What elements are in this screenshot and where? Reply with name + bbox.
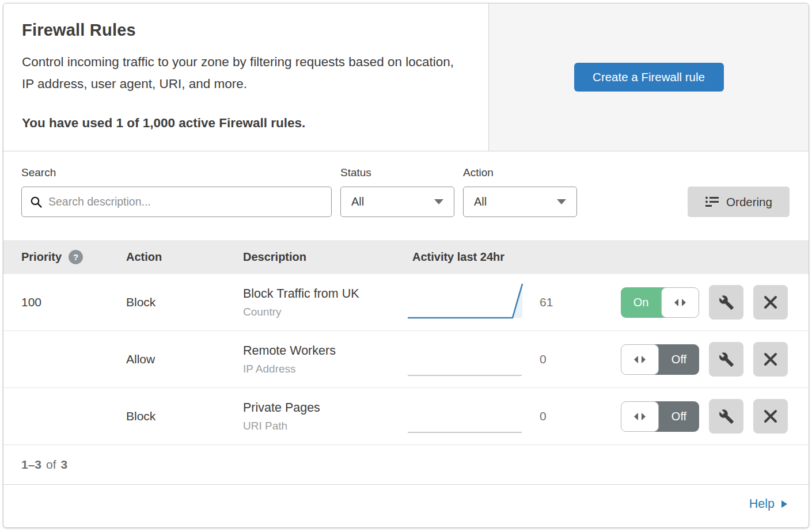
status-group: Status All (340, 166, 454, 217)
toggle-handle[interactable] (661, 287, 699, 318)
ordering-button-label: Ordering (726, 195, 772, 209)
ordering-button[interactable]: Ordering (688, 187, 790, 217)
chevron-down-icon (434, 199, 443, 204)
help-link[interactable]: Help (749, 497, 788, 511)
page-description: Control incoming traffic to your zone by… (22, 51, 465, 95)
page-title: Firewall Rules (22, 21, 470, 40)
search-group: Search (21, 166, 332, 217)
rule-name: Private Pages (243, 401, 407, 415)
rule-type: IP Address (243, 363, 407, 375)
activity-count: 61 (525, 295, 621, 309)
ordered-list-icon (705, 196, 719, 208)
chevron-right-icon (780, 499, 788, 509)
status-select[interactable]: All (340, 187, 454, 217)
close-icon (764, 409, 777, 423)
action-selected-value: All (474, 195, 487, 208)
column-priority: Priority ? (21, 250, 126, 264)
left-right-arrows-icon (673, 298, 687, 307)
rule-type: Country (243, 306, 407, 318)
delete-rule-button[interactable] (753, 285, 788, 320)
search-input[interactable] (48, 195, 323, 208)
search-box[interactable] (21, 187, 332, 217)
rule-action: Block (126, 409, 243, 423)
rule-enabled-toggle[interactable]: Off (621, 344, 699, 375)
pagination-of: of (46, 458, 56, 472)
delete-rule-button[interactable] (753, 342, 788, 377)
delete-rule-button[interactable] (753, 399, 788, 434)
rule-description-cell: Private Pages URI Path (243, 401, 407, 432)
header-section: Firewall Rules Control incoming traffic … (3, 3, 809, 151)
toggle-state-label: Off (654, 344, 699, 375)
close-icon (764, 295, 777, 309)
activity-count: 0 (525, 352, 621, 366)
rule-description-cell: Remote Workers IP Address (243, 344, 407, 375)
rule-enabled-toggle[interactable]: On (621, 287, 699, 318)
table-row: 100 Block Block Traffic from UK Country … (3, 274, 809, 331)
column-description: Description (243, 250, 407, 264)
edit-rule-button[interactable] (709, 399, 743, 434)
rule-controls: Off (621, 399, 788, 434)
toggle-handle[interactable] (621, 401, 659, 432)
action-group: Action All (463, 166, 577, 217)
header-action-panel: Create a Firewall rule (489, 3, 809, 151)
toggle-state-label: On (621, 287, 666, 318)
action-label: Action (463, 166, 577, 179)
rule-controls: Off (621, 342, 788, 377)
rule-type: URI Path (243, 420, 407, 432)
wrench-icon (719, 409, 734, 424)
priority-header-label: Priority (21, 250, 62, 264)
header-text-panel: Firewall Rules Control incoming traffic … (3, 3, 489, 151)
rule-action: Allow (126, 352, 243, 366)
search-label: Search (21, 166, 332, 179)
column-activity: Activity last 24hr (407, 250, 788, 264)
priority-help-icon[interactable]: ? (69, 250, 83, 264)
pagination-range: 1–3 (21, 458, 41, 472)
rule-controls: On (621, 285, 788, 320)
toggle-state-label: Off (654, 401, 699, 432)
usage-summary: You have used 1 of 1,000 active Firewall… (22, 116, 470, 131)
wrench-icon (719, 295, 734, 310)
rule-enabled-toggle[interactable]: Off (621, 401, 699, 432)
status-label: Status (340, 166, 454, 179)
pagination-total: 3 (61, 458, 68, 472)
left-right-arrows-icon (633, 412, 647, 421)
rule-description-cell: Block Traffic from UK Country (243, 287, 407, 318)
rule-name: Block Traffic from UK (243, 287, 407, 301)
status-selected-value: All (351, 195, 364, 208)
pagination-bar: 1–3 of 3 (3, 445, 809, 485)
help-bar: Help (3, 485, 809, 523)
table-row: Allow Remote Workers IP Address 0 Off (3, 331, 809, 388)
search-icon (30, 196, 43, 208)
rule-name: Remote Workers (243, 344, 407, 358)
toggle-handle[interactable] (621, 344, 659, 375)
activity-sparkline (407, 280, 525, 324)
table-header: Priority ? Action Description Activity l… (3, 240, 809, 274)
rule-priority: 100 (21, 295, 126, 309)
rule-action: Block (126, 295, 243, 309)
create-firewall-rule-button[interactable]: Create a Firewall rule (574, 63, 724, 92)
action-select[interactable]: All (463, 187, 577, 217)
activity-sparkline (407, 337, 525, 381)
close-icon (764, 352, 777, 366)
left-right-arrows-icon (633, 355, 647, 364)
firewall-rules-panel: Firewall Rules Control incoming traffic … (3, 3, 809, 528)
filter-bar: Search Status All Action All (3, 151, 809, 240)
wrench-icon (719, 352, 734, 367)
chevron-down-icon (557, 199, 566, 204)
edit-rule-button[interactable] (709, 342, 743, 377)
activity-count: 0 (525, 409, 621, 423)
column-action: Action (126, 250, 243, 264)
edit-rule-button[interactable] (709, 285, 743, 320)
table-row: Block Private Pages URI Path 0 Off (3, 388, 809, 445)
help-link-label: Help (749, 497, 775, 511)
activity-sparkline (407, 394, 525, 438)
